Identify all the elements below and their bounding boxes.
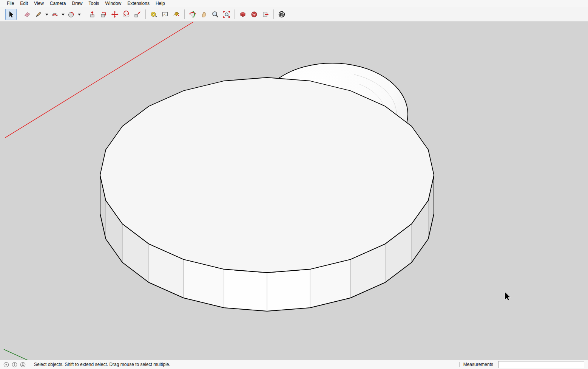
pan-hand-icon [200,11,208,18]
extension-warehouse-button[interactable] [248,9,260,20]
menu-item-extensions[interactable]: Extensions [124,0,153,6]
chevron-down-icon [45,14,48,16]
follow-me-icon [100,11,107,18]
tape-measure-icon [150,11,157,18]
move-icon [111,11,119,18]
zoom-extents-tool-button[interactable] [221,9,232,20]
info-icon [12,362,17,367]
text-label-icon: A1 [161,11,169,18]
pencil-icon [35,11,42,18]
mouse-cursor [505,292,511,301]
share-model-icon [262,11,269,18]
scale-icon [134,11,141,18]
circle-icon [67,11,75,18]
viewport[interactable] [0,22,588,360]
status-message: Select objects. Shift to extend select. … [34,362,170,367]
toolbar-separator [84,9,84,19]
3d-warehouse-button[interactable] [237,9,248,20]
add-location-button[interactable] [276,9,287,20]
paint-bucket-icon [173,11,180,18]
eraser-tool-button[interactable] [22,9,33,20]
3d-warehouse-icon [239,11,247,18]
extension-warehouse-icon [250,11,258,18]
select-tool-button[interactable] [5,9,17,20]
statusbar-separator [459,362,460,367]
share-model-button[interactable] [260,9,271,20]
pan-tool-button[interactable] [198,9,210,20]
toolbar-separator [184,9,185,19]
move-tool-button[interactable] [109,9,120,20]
toolbar-separator [19,9,19,19]
toolbar-separator [273,9,274,19]
credits-button[interactable] [11,361,18,368]
globe-icon [278,11,286,18]
eraser-icon [23,11,31,18]
viewport-canvas[interactable] [0,22,588,360]
svg-text:A1: A1 [164,13,167,16]
person-icon [20,362,26,367]
measurements-input[interactable] [498,361,584,368]
text-tool-button[interactable]: A1 [159,9,171,20]
menu-item-window[interactable]: Window [102,0,125,6]
magnifier-icon [211,11,219,18]
select-icon [7,11,15,18]
scale-tool-button[interactable] [132,9,143,20]
paint-bucket-tool-button[interactable] [171,9,182,20]
menu-item-edit[interactable]: Edit [17,0,31,6]
menu-item-help[interactable]: Help [153,0,168,6]
geolocation-button[interactable] [3,361,9,368]
push-pull-icon [88,11,96,18]
axis-green-line [4,349,28,360]
tape-measure-tool-button[interactable] [148,9,159,20]
menu-item-file[interactable]: File [4,0,17,6]
arc-icon [51,11,59,18]
circle-tool-dropdown[interactable] [77,9,82,20]
menu-item-view[interactable]: View [31,0,47,6]
account-button[interactable] [20,361,26,368]
toolbar: A1 [0,7,588,22]
arcs-tool-dropdown[interactable] [60,9,65,20]
chevron-down-icon [62,14,65,16]
line-tool-dropdown[interactable] [44,9,49,20]
orbit-icon [189,11,196,18]
line-tool-button[interactable] [33,9,44,20]
chevron-down-icon [78,14,81,16]
menu-item-tools[interactable]: Tools [86,0,102,6]
statusbar-separator [30,362,30,367]
push-pull-tool-button[interactable] [86,9,98,20]
measurements-label: Measurements [463,362,493,367]
zoom-extents-icon [223,11,230,18]
arcs-tool-button[interactable] [49,9,60,20]
cylinder-top-face[interactable] [100,78,434,273]
menu-item-draw[interactable]: Draw [69,0,86,6]
toolbar-separator [145,9,146,19]
zoom-tool-button[interactable] [210,9,221,20]
geolocation-icon [3,362,9,367]
orbit-tool-button[interactable] [187,9,198,20]
status-bar: Select objects. Shift to extend select. … [0,360,588,369]
follow-me-tool-button[interactable] [98,9,109,20]
rotate-tool-button[interactable] [120,9,132,20]
rotate-icon [122,11,130,18]
menu-bar: File Edit View Camera Draw Tools Window … [0,0,588,7]
menu-item-camera[interactable]: Camera [47,0,69,6]
circle-tool-button[interactable] [65,9,77,20]
toolbar-separator [235,9,235,19]
